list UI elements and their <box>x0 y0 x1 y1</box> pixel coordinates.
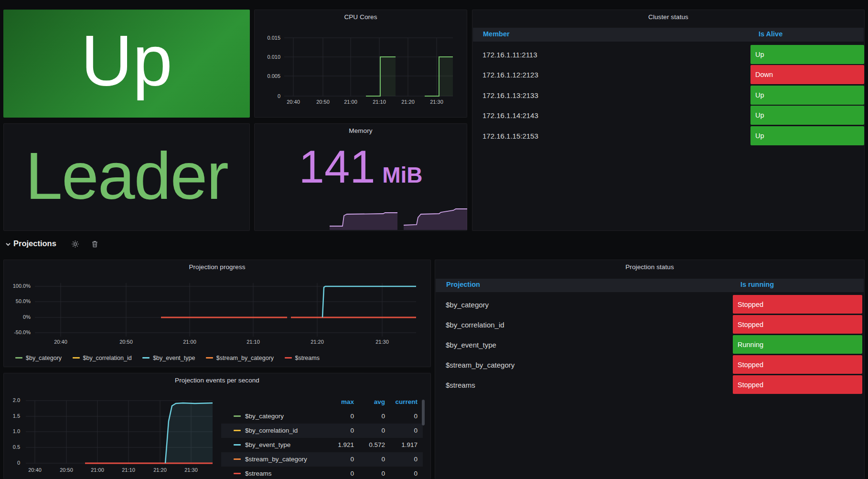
progress-xtick: 21:30 <box>372 339 393 345</box>
is-alive-badge: Up <box>750 106 864 125</box>
events-ytick: 2.0 <box>4 397 20 403</box>
legend-table-row[interactable]: $by_category 0 0 0 <box>221 409 423 424</box>
series-color-dash <box>234 430 241 431</box>
is-alive-badge: Up <box>750 86 864 105</box>
legend-item[interactable]: $by_event_type <box>142 355 195 361</box>
events-xtick: 21:30 <box>181 467 202 473</box>
section-delete-button[interactable] <box>91 240 99 248</box>
member-cell: 172.16.1.12:2123 <box>482 71 538 79</box>
projection-cell: $stream_by_category <box>446 361 514 369</box>
events-ytick: 1.5 <box>4 413 20 419</box>
leader-stat-value: Leader <box>4 142 249 209</box>
legend-label: $by_correlation_id <box>83 355 132 361</box>
column-header-projection[interactable]: Projection <box>446 281 480 288</box>
legend-label: $streams <box>295 355 320 361</box>
progress-ytick: 0% <box>4 314 31 320</box>
events-xtick: 21:00 <box>87 467 108 473</box>
progress-xtick: 21:20 <box>307 339 328 345</box>
legend-table-row[interactable]: $by_event_type 1.921 0.572 1.917 <box>221 438 423 452</box>
series-name[interactable]: $streams <box>245 470 272 477</box>
column-header-is-alive[interactable]: Is Alive <box>759 30 782 38</box>
is-running-badge: Running <box>733 335 862 354</box>
is-running-badge: Stopped <box>733 375 862 394</box>
series-name[interactable]: $by_category <box>245 413 284 420</box>
cluster-row: 172.16.1.15:2153 Up <box>472 126 864 146</box>
projection-status-title[interactable]: Projection status <box>435 263 864 271</box>
cpu-xtick: 21:30 <box>426 99 447 105</box>
is-running-badge: Stopped <box>733 315 862 334</box>
projection-progress-panel: Projection progress 100.0% 50.0% 0% -50.… <box>3 260 431 367</box>
legend-scrollbar[interactable] <box>422 400 425 425</box>
cluster-row: 172.16.1.11:2113 Up <box>472 44 864 65</box>
status-row: $stream_by_category Stopped <box>435 355 864 375</box>
avg-value: 0.572 <box>352 441 385 448</box>
up-stat-value: Up <box>3 25 250 97</box>
is-running-badge: Stopped <box>733 355 862 374</box>
progress-xtick: 20:40 <box>50 339 71 345</box>
events-xtick: 21:20 <box>150 467 171 473</box>
legend-label: $stream_by_category <box>216 355 274 361</box>
legend-item[interactable]: $by_correlation_id <box>73 355 132 361</box>
cpu-ytick: 0 <box>255 93 280 99</box>
is-alive-badge: Up <box>750 126 864 145</box>
legend-item[interactable]: $by_category <box>15 355 62 361</box>
column-header-current[interactable]: current <box>395 398 418 405</box>
max-value: 0 <box>321 413 354 420</box>
status-row: $by_category Stopped <box>435 295 864 315</box>
series-color-dash <box>15 357 22 359</box>
series-name[interactable]: $stream_by_category <box>245 456 307 463</box>
status-row: $streams Stopped <box>435 375 864 395</box>
cluster-row: 172.16.1.14:2143 Up <box>472 105 864 125</box>
memory-value-number: 141 <box>299 141 375 192</box>
series-color-dash <box>234 415 241 417</box>
cpu-xtick: 20:40 <box>283 99 304 105</box>
max-value: 1.921 <box>321 441 354 448</box>
projection-cell: $by_correlation_id <box>446 321 504 329</box>
projection-cell: $by_event_type <box>446 341 496 349</box>
cluster-table-header: Member Is Alive <box>473 28 864 42</box>
is-running-badge: Stopped <box>733 295 862 314</box>
max-value: 0 <box>321 470 354 477</box>
legend-item[interactable]: $stream_by_category <box>206 355 274 361</box>
cpu-ytick: 0.010 <box>255 54 280 60</box>
legend-table-row[interactable]: $by_correlation_id 0 0 0 <box>221 424 423 438</box>
section-settings-button[interactable] <box>71 240 79 248</box>
member-cell: 172.16.1.15:2153 <box>482 132 538 140</box>
projections-section-header[interactable]: Projections <box>3 236 431 253</box>
series-color-dash <box>73 357 80 359</box>
series-color-dash <box>234 458 241 460</box>
member-cell: 172.16.1.14:2143 <box>482 111 538 120</box>
progress-legend: $by_category $by_correlation_id $by_even… <box>15 352 328 361</box>
status-row: $by_correlation_id Stopped <box>435 315 864 335</box>
memory-stat-value: 141 MiB <box>255 144 467 190</box>
column-header-member[interactable]: Member <box>483 30 510 38</box>
legend-table-header: max avg current <box>221 396 423 409</box>
legend-table-row[interactable]: $streams 0 0 0 <box>221 467 423 479</box>
chevron-down-icon[interactable] <box>5 241 11 248</box>
events-ytick: 1.0 <box>4 428 20 434</box>
series-name[interactable]: $by_correlation_id <box>245 427 298 434</box>
current-value: 0 <box>384 413 418 420</box>
legend-item[interactable]: $streams <box>285 355 320 361</box>
column-header-avg[interactable]: avg <box>374 398 385 405</box>
member-cell: 172.16.1.11:2113 <box>482 51 537 59</box>
cluster-row: 172.16.1.13:2133 Up <box>472 85 864 105</box>
memory-panel-title[interactable]: Memory <box>255 127 467 134</box>
legend-label: $by_category <box>26 355 62 361</box>
section-title[interactable]: Projections <box>13 239 56 248</box>
column-header-max[interactable]: max <box>341 398 354 405</box>
projection-status-panel: Projection status Projection Is running … <box>435 260 865 479</box>
progress-xtick: 21:00 <box>179 339 200 345</box>
legend-table-row[interactable]: $stream_by_category 0 0 0 <box>221 452 423 467</box>
column-header-is-running[interactable]: Is running <box>740 281 774 288</box>
avg-value: 0 <box>352 456 385 463</box>
memory-panel: Memory 141 MiB <box>254 123 467 231</box>
is-alive-badge: Down <box>750 65 864 84</box>
series-color-dash <box>234 473 241 474</box>
cluster-status-panel-title[interactable]: Cluster status <box>472 13 864 21</box>
events-ytick: 0.5 <box>4 444 20 450</box>
projection-cell: $by_category <box>446 301 489 309</box>
cpu-xtick: 21:20 <box>397 99 418 105</box>
projection-events-panel: Projection events per second 2.0 1.5 1.0… <box>3 373 431 479</box>
series-name[interactable]: $by_event_type <box>245 441 290 448</box>
